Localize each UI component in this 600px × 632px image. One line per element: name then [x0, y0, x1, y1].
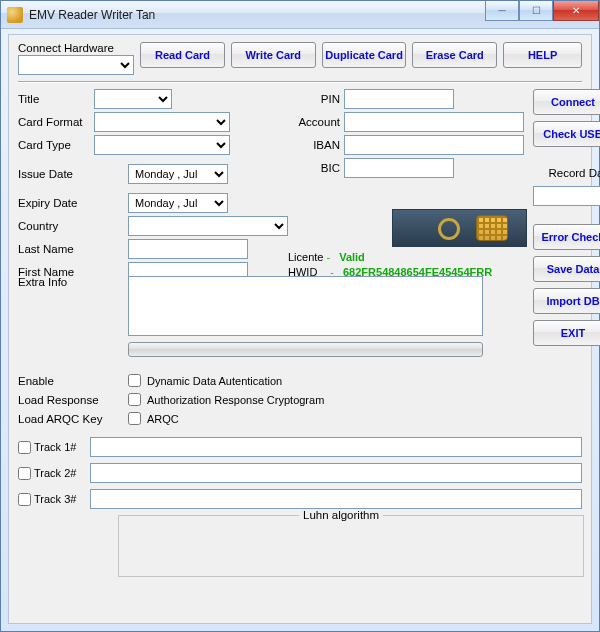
close-button[interactable]: ✕	[553, 1, 599, 21]
track3-checkbox[interactable]	[18, 493, 31, 506]
read-card-button[interactable]: Read Card	[140, 42, 225, 68]
account-input[interactable]	[344, 112, 524, 132]
bic-label: BIC	[288, 162, 344, 174]
arc-label: Authorization Response Cryptogram	[147, 394, 324, 406]
erase-card-button[interactable]: Erase Card	[412, 42, 497, 68]
cardformat-label: Card Format	[18, 116, 94, 128]
track1-checkbox[interactable]	[18, 441, 31, 454]
exit-button[interactable]: EXIT	[533, 320, 600, 346]
minimize-button[interactable]: ─	[485, 1, 519, 21]
track3-label: Track 3#	[34, 493, 90, 505]
write-card-button[interactable]: Write Card	[231, 42, 316, 68]
extrainfo-input[interactable]	[128, 276, 483, 336]
dda-label: Dynamic Data Autentication	[147, 375, 282, 387]
chip-icon	[476, 215, 508, 241]
track1-label: Track 1#	[34, 441, 90, 453]
connect-hardware-label: Connect Hardware	[18, 42, 134, 54]
connect-button[interactable]: Connect	[533, 89, 600, 115]
hardware-select[interactable]	[18, 55, 134, 75]
chip-image	[392, 209, 527, 247]
issuedate-select[interactable]: Monday , Jul	[128, 164, 228, 184]
recorddate-input[interactable]	[533, 186, 600, 206]
bic-input[interactable]	[344, 158, 454, 178]
country-label: Country	[18, 220, 128, 232]
cardtype-select[interactable]	[94, 135, 230, 155]
extrainfo-label: Extra Info	[18, 276, 128, 288]
cardformat-select[interactable]	[94, 112, 230, 132]
loadarqc-label: Load ARQC Key	[18, 413, 128, 425]
check-usb-button[interactable]: Check USB	[533, 121, 600, 147]
duplicate-card-button[interactable]: Duplicate Card	[322, 42, 407, 68]
window-title: EMV Reader Writer Tan	[29, 8, 155, 22]
expiry-label: Expiry Date	[18, 197, 128, 209]
iban-input[interactable]	[344, 135, 524, 155]
licente-label: Licente	[288, 251, 323, 263]
maximize-button[interactable]: ☐	[519, 1, 553, 21]
client-area: Connect Hardware Read Card Write Card Du…	[8, 34, 592, 624]
lastname-label: Last Name	[18, 243, 128, 255]
license-status: Valid	[339, 251, 365, 263]
track2-label: Track 2#	[34, 467, 90, 479]
track3-input[interactable]	[90, 489, 582, 509]
enable-label: Enable	[18, 375, 128, 387]
arqc-label: ARQC	[147, 413, 179, 425]
title-label: Title	[18, 93, 94, 105]
title-select[interactable]	[94, 89, 172, 109]
luhn-label: Luhn algorithm	[299, 509, 383, 521]
app-icon	[7, 7, 23, 23]
lastname-input[interactable]	[128, 239, 248, 259]
iban-label: IBAN	[288, 139, 344, 151]
titlebar: EMV Reader Writer Tan ─ ☐ ✕	[1, 1, 599, 29]
error-check-button[interactable]: Error Check	[533, 224, 600, 250]
loadresp-label: Load Response	[18, 394, 128, 406]
app-window: EMV Reader Writer Tan ─ ☐ ✕ Connect Hard…	[0, 0, 600, 632]
progress-bar	[128, 342, 483, 357]
recorddate-label: Record Date	[548, 167, 600, 179]
track1-input[interactable]	[90, 437, 582, 457]
issuedate-label: Issue Date	[18, 168, 128, 180]
pin-input[interactable]	[344, 89, 454, 109]
expiry-select[interactable]: Monday , Jul	[128, 193, 228, 213]
luhn-groupbox: Luhn algorithm	[118, 515, 584, 577]
track2-checkbox[interactable]	[18, 467, 31, 480]
import-db-button[interactable]: Import DB	[533, 288, 600, 314]
arqc-checkbox[interactable]	[128, 412, 141, 425]
help-button[interactable]: HELP	[503, 42, 582, 68]
arc-checkbox[interactable]	[128, 393, 141, 406]
account-label: Account	[288, 116, 344, 128]
pin-label: PIN	[288, 93, 344, 105]
save-data-button[interactable]: Save Data	[533, 256, 600, 282]
dda-checkbox[interactable]	[128, 374, 141, 387]
keyring-icon	[438, 218, 460, 240]
cardtype-label: Card Type	[18, 139, 94, 151]
country-select[interactable]	[128, 216, 288, 236]
track2-input[interactable]	[90, 463, 582, 483]
